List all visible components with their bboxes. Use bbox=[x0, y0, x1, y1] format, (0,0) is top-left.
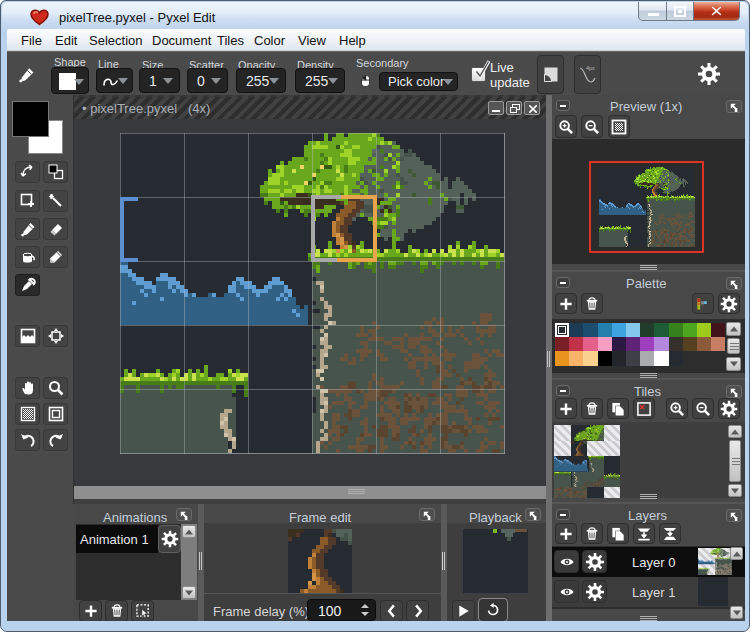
svg-text:4px: 4px bbox=[586, 65, 595, 71]
